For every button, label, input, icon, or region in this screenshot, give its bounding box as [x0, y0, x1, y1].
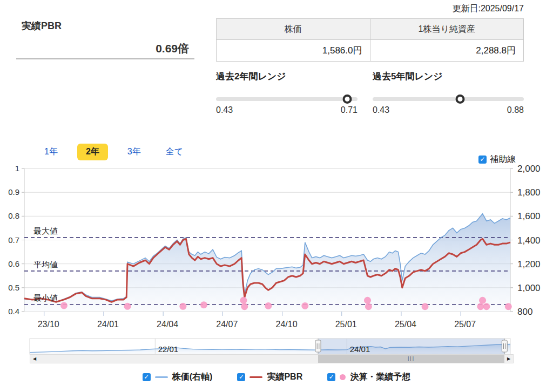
- update-date: 更新日:2025/09/17: [452, 3, 524, 15]
- forecast-dot: [124, 303, 131, 310]
- forecast-dot: [240, 297, 247, 304]
- forecast-dot: [505, 303, 512, 310]
- forecast-dot: [479, 297, 486, 304]
- svg-text:1,800: 1,800: [517, 187, 541, 198]
- svg-text:最小値: 最小値: [33, 293, 58, 302]
- range-5y-max: 0.88: [507, 105, 524, 115]
- range-5y-min: 0.43: [373, 105, 389, 115]
- svg-text:0.9: 0.9: [8, 187, 19, 197]
- legend-price-checkbox[interactable]: ✓: [143, 373, 151, 381]
- svg-text:25/07: 25/07: [454, 320, 476, 329]
- forecast-dot: [483, 303, 490, 310]
- nav-selection[interactable]: [318, 339, 504, 354]
- aux-line-label: 補助線: [490, 154, 516, 165]
- range-5y-track: [373, 97, 524, 101]
- range-2y-title: 過去2年間レンジ: [216, 70, 358, 83]
- forecast-dot: [179, 303, 186, 310]
- legend-forecast-checkbox[interactable]: ✓: [327, 373, 335, 381]
- svg-text:1,200: 1,200: [517, 259, 541, 269]
- price-line-swatch-icon: [155, 376, 168, 378]
- svg-text:平均値: 平均値: [33, 260, 58, 269]
- svg-text:0.6: 0.6: [8, 259, 19, 268]
- svg-text:24/10: 24/10: [276, 320, 298, 329]
- forecast-dot: [365, 303, 372, 310]
- svg-text:0.5: 0.5: [8, 283, 19, 292]
- forecast-dot: [265, 302, 272, 309]
- legend-pbr-label: 実績PBR: [267, 371, 302, 383]
- tab-all[interactable]: 全て: [160, 144, 188, 160]
- range-2y-track: [216, 97, 358, 101]
- col-header-net-assets: 1株当り純資産: [370, 19, 524, 40]
- range-5y: 過去5年間レンジ 0.43 0.88: [373, 70, 524, 115]
- pbr-chart-widget: 更新日:2025/09/17 実績PBR 0.69倍 株価 1株当り純資産 1,…: [0, 0, 553, 392]
- forecast-dot: [60, 302, 68, 309]
- svg-text:1,400: 1,400: [517, 235, 541, 246]
- pbr-line-swatch-icon: [249, 376, 262, 378]
- chart-legend: ✓ 株価(右軸) ✓ 実績PBR ✓ 決算・業績予想: [0, 371, 553, 383]
- scroll-right-button[interactable]: ▶: [504, 355, 513, 363]
- scrollbar-grip-icon: |||: [408, 356, 415, 361]
- aux-line-toggle[interactable]: ✓ 補助線: [478, 154, 516, 165]
- svg-text:2,000: 2,000: [517, 165, 541, 174]
- legend-item-price: ✓ 株価(右軸): [143, 371, 213, 383]
- tab-3year[interactable]: 3年: [122, 144, 146, 160]
- stats-table: 株価 1株当り純資産 1,586.0円 2,288.8円: [216, 18, 524, 62]
- scroll-left-button[interactable]: ◀: [30, 355, 39, 363]
- tab-1year[interactable]: 1年: [39, 144, 63, 160]
- svg-text:0.4: 0.4: [8, 307, 19, 316]
- main-chart: 0.40.50.60.70.80.918001,0001,2001,4001,6…: [0, 165, 553, 333]
- svg-text:23/10: 23/10: [38, 320, 59, 329]
- chart-scrollbar[interactable]: ◀ ||| ▶: [30, 354, 514, 363]
- svg-text:25/04: 25/04: [395, 320, 416, 329]
- nav-label: 24/01: [350, 344, 370, 354]
- svg-text:24/01: 24/01: [97, 320, 119, 329]
- svg-text:24/04: 24/04: [157, 320, 178, 329]
- col-header-stock-price: 株価: [217, 19, 370, 40]
- range-2y-max: 0.71: [341, 105, 358, 115]
- range-navigator[interactable]: 22/0124/01: [0, 333, 553, 355]
- forecast-dot: [301, 302, 308, 309]
- legend-price-label: 株価(右軸): [172, 371, 213, 383]
- svg-text:1: 1: [15, 165, 19, 173]
- nav-left-handle[interactable]: [315, 340, 321, 352]
- forecast-dot: [241, 303, 248, 310]
- forecast-dot-swatch-icon: [340, 374, 346, 380]
- nav-label: 22/01: [158, 344, 179, 354]
- legend-item-forecast: ✓ 決算・業績予想: [327, 371, 410, 383]
- forecast-dot: [364, 297, 371, 304]
- svg-text:0.7: 0.7: [8, 235, 19, 245]
- range-5y-title: 過去5年間レンジ: [373, 70, 524, 83]
- checkbox-checked-icon[interactable]: ✓: [478, 156, 487, 164]
- divider: [16, 58, 194, 59]
- page-title: 実績PBR: [22, 19, 62, 32]
- svg-text:1,600: 1,600: [517, 211, 541, 221]
- net-assets-value: 2,288.8円: [370, 40, 524, 62]
- range-5y-handle[interactable]: [455, 94, 464, 104]
- tab-2year[interactable]: 2年: [77, 144, 108, 160]
- stock-price-value: 1,586.0円: [217, 40, 370, 62]
- legend-pbr-checkbox[interactable]: ✓: [237, 373, 245, 381]
- nav-right-handle[interactable]: [502, 340, 507, 352]
- svg-text:24/07: 24/07: [216, 320, 238, 329]
- period-tabs: 1年 2年 3年 全て: [39, 143, 188, 161]
- range-2y-handle[interactable]: [343, 94, 352, 104]
- forecast-dot: [200, 301, 207, 308]
- legend-forecast-label: 決算・業績予想: [350, 371, 410, 383]
- legend-item-pbr: ✓ 実績PBR: [237, 371, 302, 383]
- svg-text:最大値: 最大値: [33, 226, 58, 235]
- pbr-current-value: 0.69倍: [22, 41, 189, 56]
- range-2y-min: 0.43: [216, 105, 233, 115]
- svg-text:0.8: 0.8: [8, 211, 19, 220]
- forecast-dot: [422, 303, 429, 310]
- svg-text:800: 800: [517, 307, 532, 317]
- scrollbar-thumb[interactable]: |||: [318, 355, 504, 363]
- range-2y: 過去2年間レンジ 0.43 0.71: [216, 70, 358, 115]
- svg-text:25/01: 25/01: [335, 320, 357, 329]
- svg-text:1,000: 1,000: [517, 283, 541, 293]
